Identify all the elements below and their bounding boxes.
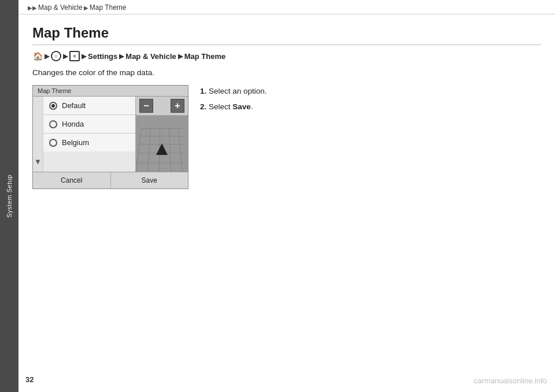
main-content: ▶▶ Map & Vehicle ▶ Map Theme Map Theme 🏠… [18, 0, 555, 392]
radio-default[interactable] [49, 102, 57, 110]
description-text: Changes the color of the map data. [32, 68, 541, 77]
cancel-button[interactable]: Cancel [33, 172, 111, 188]
sidebar: System Setup [0, 0, 18, 392]
option-label-honda: Honda [62, 120, 84, 128]
step2-bold-text: Save [232, 102, 251, 111]
nav-arrow3: ▶ [82, 53, 86, 60]
save-button[interactable]: Save [111, 172, 188, 188]
map-vehicle-label: Map & Vehicle [125, 52, 176, 61]
nav-arrow2: ▶ [63, 53, 68, 60]
instructions: 1. Select an option. 2. Select Save. [200, 85, 541, 116]
settings-label: Settings [88, 52, 117, 61]
step2-number: 2. [200, 102, 206, 111]
nav-arrow5: ▶ [178, 53, 183, 60]
screen-body: ▼ Default Honda [33, 97, 188, 172]
step1-text: Select an option. [209, 87, 267, 95]
side-nav: ▼ [33, 97, 43, 172]
step2-end: . [251, 102, 253, 111]
map-panel: − + [136, 97, 188, 172]
home-icon: 🏠 [32, 51, 43, 61]
list-item[interactable]: Belgium [43, 134, 135, 151]
map-zoom-out-button[interactable]: − [139, 99, 153, 113]
screenshot-container: Map Theme ▼ Default [32, 85, 188, 189]
instruction-step2: 2. Select Save. [200, 101, 541, 114]
screen-mockup: Map Theme ▼ Default [32, 85, 188, 189]
option-label-belgium: Belgium [62, 138, 89, 147]
option-label-default: Default [62, 101, 86, 110]
step2-text: Select [209, 102, 232, 111]
options-panel: Default Honda Belgium [43, 97, 136, 172]
breadcrumb-arrow2: ▶ [84, 5, 88, 11]
page-content: Map Theme 🏠 ▶ ○ ▶ ≡ ▶ Settings ▶ Map & V… [18, 14, 555, 392]
page-number: 32 [25, 375, 34, 384]
nav-arrow1: ▶ [45, 53, 49, 60]
square-icon: ≡ [69, 51, 80, 61]
options-with-nav: ▼ Default Honda [33, 97, 136, 172]
watermark: carmanualsonline.info [474, 376, 547, 385]
breadcrumb-map-theme: Map Theme [90, 3, 127, 12]
screen-title-bar: Map Theme [33, 86, 188, 97]
list-item[interactable]: Honda [43, 115, 135, 134]
map-zoom-in-button[interactable]: + [171, 99, 184, 113]
list-item[interactable]: Default [43, 97, 135, 115]
nav-icons-row: 🏠 ▶ ○ ▶ ≡ ▶ Settings ▶ Map & Vehicle ▶ M… [32, 51, 541, 61]
content-layout: Map Theme ▼ Default [32, 85, 541, 189]
circle-icon: ○ [51, 51, 61, 61]
instruction-step1: 1. Select an option. [200, 85, 541, 98]
navigation-arrow-icon [156, 143, 168, 155]
breadcrumb-map-vehicle: Map & Vehicle [38, 3, 83, 12]
radio-belgium[interactable] [49, 139, 57, 147]
radio-honda[interactable] [49, 120, 57, 128]
sidebar-label: System Setup [6, 175, 13, 217]
map-controls: − + [136, 97, 188, 116]
scroll-down-icon: ▼ [34, 157, 42, 166]
step1-number: 1. [200, 87, 206, 95]
screen-buttons: Cancel Save [33, 172, 188, 188]
map-theme-label: Map Theme [184, 52, 226, 61]
page-title: Map Theme [32, 25, 541, 45]
map-image [136, 116, 188, 172]
nav-arrow4: ▶ [119, 53, 124, 60]
breadcrumb-arrow1: ▶▶ [28, 5, 37, 11]
breadcrumb: ▶▶ Map & Vehicle ▶ Map Theme [18, 0, 555, 14]
